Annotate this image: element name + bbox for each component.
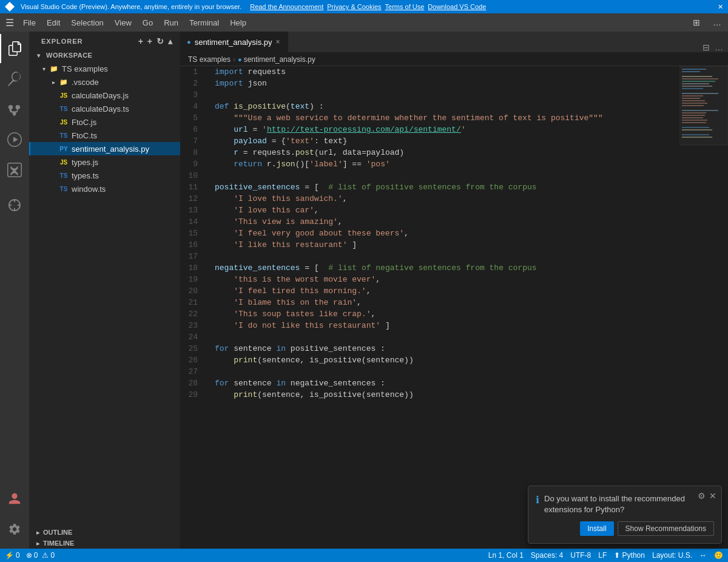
calculatedays-js-label: calculateDays.js bbox=[72, 91, 129, 100]
breadcrumb-file[interactable]: ●sentiment_analysis.py bbox=[238, 55, 315, 64]
menu-view[interactable]: View bbox=[110, 17, 136, 29]
sidebar-item-FtoC-ts[interactable]: ▸ TS FtoC.ts bbox=[29, 129, 180, 142]
settings-actbtn[interactable] bbox=[0, 515, 29, 544]
menu-help[interactable]: Help bbox=[225, 17, 251, 29]
terms-link[interactable]: Terms of Use bbox=[385, 3, 425, 10]
code-editor[interactable]: import requestsimport jsondef is_positiv… bbox=[210, 66, 679, 549]
download-link[interactable]: Download VS Code bbox=[428, 3, 486, 10]
layout-icon[interactable]: ⊞ bbox=[688, 16, 705, 29]
outline-chevron: ▸ bbox=[36, 529, 39, 536]
feedback-icon[interactable]: 🙂 bbox=[714, 551, 723, 560]
encoding-status[interactable]: UTF-8 bbox=[570, 551, 591, 560]
ts-file-icon3: TS bbox=[58, 171, 69, 180]
read-announcement-link[interactable]: Read the Announcement bbox=[250, 3, 323, 10]
split-editor-icon[interactable]: ⊟ bbox=[703, 42, 710, 52]
notification-close-icon[interactable]: ✕ bbox=[709, 491, 716, 501]
js-file-icon3: JS bbox=[58, 158, 69, 166]
sidebar-item-ts-examples[interactable]: ▾ 📁 TS examples bbox=[29, 62, 180, 75]
new-file-icon[interactable]: + bbox=[138, 36, 144, 46]
ts-file-icon: TS bbox=[58, 104, 69, 113]
sidebar-item-vscode[interactable]: ▸ 📁 .vscode bbox=[29, 75, 180, 89]
notification-text: Do you want to install the recommended e… bbox=[544, 493, 714, 515]
keyboard-layout-status[interactable]: Layout: U.S. bbox=[652, 551, 692, 560]
types-js-label: types.js bbox=[72, 158, 98, 167]
line-ending-status[interactable]: LF bbox=[598, 551, 607, 560]
account-actbtn[interactable] bbox=[0, 484, 29, 513]
ts-file-icon4: TS bbox=[58, 185, 69, 193]
cursor-position-text: Ln 1, Col 1 bbox=[488, 551, 524, 560]
workspace-label[interactable]: ▾ WORKSPACE bbox=[29, 49, 180, 62]
sidebar-item-calculateDays-js[interactable]: ▸ JS calculateDays.js bbox=[29, 89, 180, 102]
topbar-text: Visual Studio Code (Preview). Anywhere, … bbox=[21, 3, 241, 10]
menu-run[interactable]: Run bbox=[159, 17, 183, 29]
statusbar: ⚡ 0 ⊗ 0 ⚠ 0 Ln 1, Col 1 Spaces: 4 UTF-8 … bbox=[0, 549, 728, 562]
explorer-title: EXPLORER bbox=[41, 38, 83, 45]
outline-panel-header[interactable]: ▸ OUTLINE bbox=[29, 527, 180, 538]
sidebar: EXPLORER + + ↻ ▴ ▾ WORKSPACE ▾ 📁 TS exam… bbox=[29, 32, 181, 549]
sidebar-item-sentiment-analysis[interactable]: ▸ PY sentiment_analysis.py bbox=[29, 142, 180, 155]
ftoc-ts-label: FtoC.ts bbox=[72, 131, 97, 140]
live-share-icon: ↔ bbox=[699, 551, 707, 560]
hamburger-menu-icon[interactable]: ☰ bbox=[2, 15, 17, 30]
collapse-icon[interactable]: ▴ bbox=[168, 36, 173, 46]
language-mode-text: ⬆ Python bbox=[614, 551, 645, 560]
py-file-icon: PY bbox=[58, 144, 69, 153]
search-actbtn[interactable] bbox=[0, 64, 29, 93]
menu-terminal[interactable]: Terminal bbox=[184, 17, 224, 29]
topbar: Visual Studio Code (Preview). Anywhere, … bbox=[0, 0, 728, 13]
language-mode-status[interactable]: ⬆ Python bbox=[614, 551, 645, 560]
extensions-actbtn[interactable] bbox=[0, 155, 29, 185]
encoding-text: UTF-8 bbox=[570, 551, 591, 560]
line-numbers: 1 2 3 4 5 6 7 8 9 10 11 12 13 14 15 16 1… bbox=[181, 66, 210, 549]
error-warning-status[interactable]: ⊗ 0 ⚠ 0 bbox=[26, 551, 55, 560]
indentation-status[interactable]: Spaces: 4 bbox=[531, 551, 563, 560]
error-icon: ⊗ bbox=[26, 551, 32, 560]
svg-rect-25 bbox=[679, 66, 728, 145]
source-control-actbtn[interactable] bbox=[0, 95, 29, 124]
sidebar-item-window-ts[interactable]: ▸ TS window.ts bbox=[29, 182, 180, 195]
topbar-close-button[interactable]: ✕ bbox=[718, 3, 723, 11]
notification-popup: ℹ Do you want to install the recommended… bbox=[528, 486, 722, 544]
cursor-position[interactable]: Ln 1, Col 1 bbox=[488, 551, 524, 560]
sidebar-item-types-js[interactable]: ▸ JS types.js bbox=[29, 155, 180, 169]
tab-sentiment-analysis[interactable]: ● sentiment_analysis.py × bbox=[181, 32, 288, 52]
timeline-panel-header[interactable]: ▸ TIMELINE bbox=[29, 538, 180, 549]
menu-go[interactable]: Go bbox=[138, 17, 158, 29]
install-button[interactable]: Install bbox=[580, 521, 613, 536]
menu-file[interactable]: File bbox=[18, 17, 41, 29]
timeline-chevron: ▸ bbox=[36, 540, 39, 547]
explorer-actbtn[interactable] bbox=[0, 34, 29, 63]
show-recommendations-button[interactable]: Show Recommendations bbox=[618, 521, 714, 536]
line-ending-text: LF bbox=[598, 551, 607, 560]
live-share-status[interactable]: ↔ bbox=[699, 551, 707, 560]
js-file-icon: JS bbox=[58, 91, 69, 100]
remote-explorer-actbtn[interactable] bbox=[0, 191, 29, 220]
outline-label: OUTLINE bbox=[43, 529, 72, 536]
tabbar: ● sentiment_analysis.py × ⊟ … bbox=[181, 32, 728, 53]
run-actbtn[interactable] bbox=[0, 125, 29, 154]
menu-edit[interactable]: Edit bbox=[42, 17, 65, 29]
notification-info-icon: ℹ bbox=[536, 494, 539, 506]
ts-examples-label: TS examples bbox=[62, 64, 108, 73]
breadcrumb-folder[interactable]: TS examples bbox=[188, 55, 231, 64]
privacy-link[interactable]: Privacy & Cookies bbox=[327, 3, 381, 10]
vscode-label: .vscode bbox=[72, 78, 99, 87]
breadcrumb: TS examples › ●sentiment_analysis.py bbox=[181, 53, 728, 66]
menu-selection[interactable]: Selection bbox=[66, 17, 108, 29]
remote-status[interactable]: ⚡ 0 bbox=[5, 551, 20, 560]
sidebar-item-types-ts[interactable]: ▸ TS types.ts bbox=[29, 169, 180, 182]
more-icon[interactable]: … bbox=[715, 42, 723, 52]
more-actions-icon[interactable]: … bbox=[709, 16, 726, 29]
timeline-label: TIMELINE bbox=[43, 540, 74, 547]
menubar: ☰ File Edit Selection View Go Run Termin… bbox=[0, 13, 728, 32]
refresh-icon[interactable]: ↻ bbox=[157, 36, 164, 46]
breadcrumb-sep: › bbox=[233, 55, 235, 64]
notification-settings-icon[interactable]: ⚙ bbox=[698, 491, 706, 501]
sidebar-header: EXPLORER + + ↻ ▴ bbox=[29, 32, 180, 49]
new-folder-icon[interactable]: + bbox=[147, 36, 153, 46]
warning-icon: ⚠ bbox=[42, 551, 49, 560]
sidebar-item-FtoC-js[interactable]: ▸ JS FtoC.js bbox=[29, 115, 180, 129]
types-ts-label: types.ts bbox=[72, 171, 99, 180]
sidebar-item-calculateDays-ts[interactable]: ▸ TS calculateDays.ts bbox=[29, 102, 180, 115]
tab-close-button[interactable]: × bbox=[276, 38, 280, 46]
